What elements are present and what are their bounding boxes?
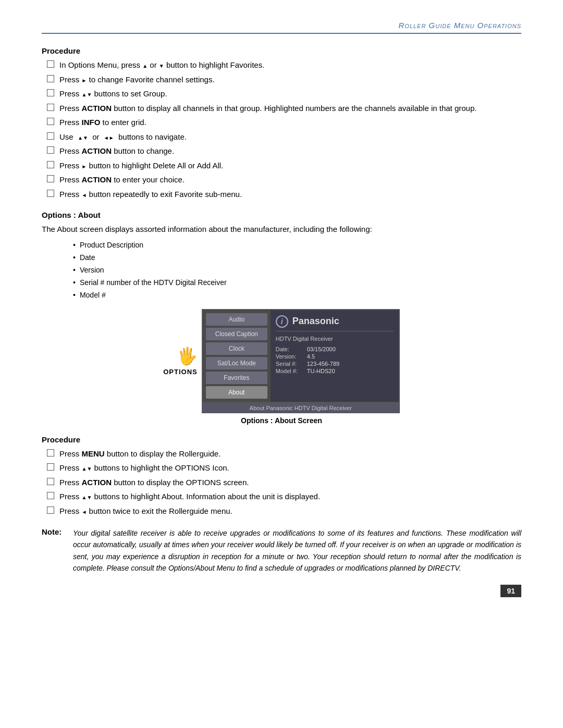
list-item: Press ► button to highlight Delete All o… bbox=[47, 160, 521, 172]
checkbox-icon bbox=[47, 104, 54, 111]
info-panel: i Panasonic HDTV Digital Receiver Date: … bbox=[271, 310, 399, 402]
list-item: Press ► to change Favorite channel setti… bbox=[47, 74, 521, 86]
options-label-area: 🖐 OPTIONS bbox=[163, 346, 198, 376]
detail-row-version: Version: 4.5 bbox=[276, 353, 394, 360]
menu-item-sat-loc-mode: Sat/Loc Mode bbox=[206, 357, 267, 369]
detail-label-version: Version: bbox=[276, 353, 307, 360]
list-item: Press ▲▼ buttons to set Group. bbox=[47, 88, 521, 100]
info-subtitle: HDTV Digital Receiver bbox=[276, 336, 394, 342]
page-header: Roller Guide Menu Operations bbox=[42, 21, 521, 34]
list-item: In Options Menu, press ▲ or ▼ button to … bbox=[47, 59, 521, 71]
page-number-container: 91 bbox=[42, 585, 521, 597]
menu-item-about: About bbox=[206, 386, 267, 399]
list-item: Press ◄ button twice to exit the Rollerg… bbox=[47, 505, 521, 517]
section-options-about: Options : About The About screen display… bbox=[42, 211, 521, 425]
detail-label-serial: Serial #: bbox=[276, 361, 307, 367]
procedure-list-1: In Options Menu, press ▲ or ▼ button to … bbox=[42, 59, 521, 200]
checkbox-icon bbox=[47, 146, 54, 154]
procedure-list-2: Press MENU button to display the Rollerg… bbox=[42, 448, 521, 517]
checkbox-icon bbox=[47, 75, 54, 82]
screen-mockup-container: 🖐 OPTIONS Audio Closed Caption Clock Sat… bbox=[42, 309, 521, 413]
list-item: Press ▲▼ buttons to highlight About. Inf… bbox=[47, 491, 521, 503]
checkbox-icon bbox=[47, 478, 54, 485]
list-item: Press ACTION button to change. bbox=[47, 145, 521, 157]
detail-value-model: TU-HDS20 bbox=[307, 368, 335, 374]
screen-caption: Options : About Screen bbox=[42, 416, 521, 425]
checkbox-icon bbox=[47, 190, 54, 197]
checkbox-icon bbox=[47, 132, 54, 140]
checkbox-icon bbox=[47, 118, 54, 125]
screen-ui: Audio Closed Caption Clock Sat/Loc Mode … bbox=[202, 309, 400, 403]
section-heading-1: Procedure bbox=[42, 46, 521, 55]
detail-value-version: 4.5 bbox=[307, 353, 315, 360]
detail-row-date: Date: 03/15/2000 bbox=[276, 346, 394, 352]
list-item: Version bbox=[73, 265, 521, 276]
checkbox-icon bbox=[47, 60, 54, 68]
about-bullet-list: Product Description Date Version Serial … bbox=[42, 240, 521, 301]
note-section: Note: Your digital satellite receiver is… bbox=[42, 527, 521, 574]
section-heading-3: Procedure bbox=[42, 435, 521, 444]
section-procedure-favorites: Procedure In Options Menu, press ▲ or ▼ … bbox=[42, 46, 521, 200]
list-item: Serial # number of the HDTV Digital Rece… bbox=[73, 277, 521, 288]
info-circle-icon: i bbox=[276, 315, 288, 328]
list-item: Press ACTION to enter your choice. bbox=[47, 174, 521, 186]
checkbox-icon bbox=[47, 492, 54, 499]
checkbox-icon bbox=[47, 449, 54, 456]
checkbox-icon bbox=[47, 89, 54, 96]
list-item: Press MENU button to display the Rollerg… bbox=[47, 448, 521, 460]
checkbox-icon bbox=[47, 463, 54, 471]
detail-label-date: Date: bbox=[276, 346, 307, 352]
section-procedure-about: Procedure Press MENU button to display t… bbox=[42, 435, 521, 517]
detail-label-model: Model #: bbox=[276, 368, 307, 374]
checkbox-icon bbox=[47, 507, 54, 514]
list-item: Press ◄ button repeatedly to exit Favori… bbox=[47, 189, 521, 201]
menu-item-favorites: Favorites bbox=[206, 372, 267, 384]
menu-item-audio: Audio bbox=[206, 313, 267, 326]
info-title-row: i Panasonic bbox=[276, 315, 394, 328]
list-item: Date bbox=[73, 252, 521, 263]
screen-wrapper: 🖐 OPTIONS Audio Closed Caption Clock Sat… bbox=[163, 309, 400, 413]
menu-item-closed-caption: Closed Caption bbox=[206, 328, 267, 340]
checkbox-icon bbox=[47, 161, 54, 168]
page-title: Roller Guide Menu Operations bbox=[399, 21, 522, 30]
screen-footer: About Panasonic HDTV Digital Receiver bbox=[202, 403, 400, 413]
about-intro: The About screen displays assorted infor… bbox=[42, 224, 521, 236]
list-item: Product Description bbox=[73, 240, 521, 251]
hand-cursor-icon: 🖐 bbox=[177, 346, 198, 366]
list-item: Press ▲▼ buttons to highlight the OPTION… bbox=[47, 462, 521, 474]
note-text: Your digital satellite receiver is able … bbox=[73, 527, 521, 574]
screen-ui-outer: Audio Closed Caption Clock Sat/Loc Mode … bbox=[202, 309, 400, 413]
info-brand: Panasonic bbox=[292, 316, 339, 327]
list-item: Press ACTION button to display the OPTIO… bbox=[47, 477, 521, 489]
menu-item-clock: Clock bbox=[206, 342, 267, 355]
list-item: Model # bbox=[73, 290, 521, 301]
info-divider bbox=[276, 331, 394, 331]
checkbox-icon bbox=[47, 175, 54, 182]
detail-row-serial: Serial #: 123-456-789 bbox=[276, 361, 394, 367]
detail-value-serial: 123-456-789 bbox=[307, 361, 339, 367]
list-item: Use ▲▼ or ◄► buttons to navigate. bbox=[47, 131, 521, 143]
section-heading-2: Options : About bbox=[42, 211, 521, 219]
note-label: Note: bbox=[42, 527, 68, 574]
list-item: Press ACTION button to display all chann… bbox=[47, 103, 521, 115]
options-text-label: OPTIONS bbox=[163, 368, 198, 376]
page-number: 91 bbox=[500, 585, 521, 597]
detail-row-model: Model #: TU-HDS20 bbox=[276, 368, 394, 374]
menu-panel: Audio Closed Caption Clock Sat/Loc Mode … bbox=[203, 310, 271, 402]
detail-value-date: 03/15/2000 bbox=[307, 346, 336, 352]
list-item: Press INFO to enter grid. bbox=[47, 117, 521, 129]
